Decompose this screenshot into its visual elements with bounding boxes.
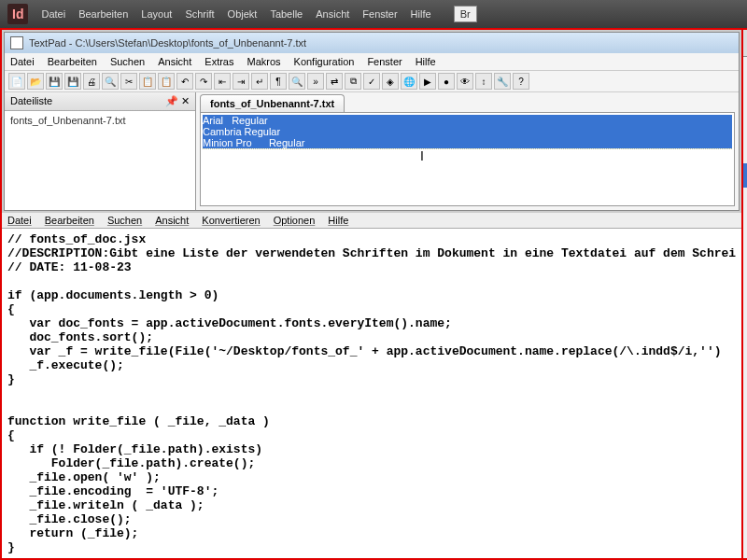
- editor-line-2: Cambria Regular: [203, 126, 732, 137]
- text-cursor-icon: I: [420, 148, 424, 163]
- tb-spell-icon[interactable]: ✓: [363, 73, 380, 90]
- textpad-toolbar: 📄 📂 💾 💾 🖨 🔍 ✂ 📋 📋 ↶ ↷ ⇤ ⇥ ↵ ¶ 🔍 » ⇄ ⧉ ✓: [5, 71, 739, 92]
- tb-eye-icon[interactable]: 👁: [457, 73, 473, 90]
- textpad-title-text: TextPad - C:\Users\Stefan\Desktop\fonts_…: [29, 37, 306, 49]
- tb-globe-icon[interactable]: 🌐: [401, 73, 417, 90]
- tb-copy-icon[interactable]: 📋: [139, 73, 156, 90]
- tree-folder-benutzer[interactable]: ▽Benutzer: [743, 150, 747, 163]
- editor-line-1: Arial Regular: [203, 115, 732, 126]
- tb-run-icon[interactable]: ▶: [419, 73, 436, 90]
- script-code[interactable]: // fonts_of_doc.jsx //DESCRIPTION:Gibt e…: [2, 229, 741, 558]
- tp-menu-konfiguration[interactable]: Konfiguration: [294, 56, 355, 67]
- menu-ansicht[interactable]: Ansicht: [316, 8, 349, 20]
- dateiliste-panel: Dateiliste 📌 ✕ fonts_of_Unbenannt-7.txt: [5, 92, 196, 210]
- tb-wrap-icon[interactable]: ↵: [251, 73, 268, 90]
- tb-undo-icon[interactable]: ↶: [176, 73, 193, 90]
- tb-cut-icon[interactable]: ✂: [120, 73, 137, 90]
- se-menu-suchen[interactable]: Suchen: [107, 215, 142, 226]
- se-menu-optionen[interactable]: Optionen: [274, 215, 316, 226]
- tree-script-allesbeenden[interactable]: allesbeenden: [743, 188, 747, 201]
- dateiliste-controls[interactable]: 📌 ✕: [165, 95, 190, 107]
- tab-skriptetikett[interactable]: Skriptetiket: [743, 30, 747, 56]
- se-menu-datei[interactable]: Datei: [7, 215, 32, 226]
- tb-find-icon[interactable]: 🔍: [289, 73, 305, 90]
- tb-bookmark-icon[interactable]: ◈: [382, 73, 399, 90]
- tb-indent-left-icon[interactable]: ⇤: [214, 73, 231, 90]
- tb-indent-right-icon[interactable]: ⇥: [233, 73, 249, 90]
- tb-pilcrow-icon[interactable]: ¶: [270, 73, 287, 90]
- tp-menu-fenster[interactable]: Fenster: [367, 56, 402, 67]
- tb-redo-icon[interactable]: ↷: [195, 73, 212, 90]
- se-menu-konvertieren[interactable]: Konvertieren: [202, 215, 260, 226]
- tb-replace-icon[interactable]: ⇄: [326, 73, 343, 90]
- tb-save-icon[interactable]: 💾: [46, 73, 63, 90]
- tree-folder-samples[interactable]: ▽Samples: [743, 111, 747, 124]
- tp-menu-extras[interactable]: Extras: [204, 56, 233, 67]
- menu-datei[interactable]: Datei: [41, 8, 65, 20]
- textpad-icon: [10, 36, 23, 49]
- tb-macro-icon[interactable]: ●: [438, 73, 455, 90]
- tree-script-labelimagesize[interactable]: labelImageSize: [743, 85, 747, 98]
- tb-findnext-icon[interactable]: »: [307, 73, 324, 90]
- tb-tools-icon[interactable]: 🔧: [494, 73, 511, 90]
- tp-menu-bearbeiten[interactable]: Bearbeiten: [48, 56, 97, 67]
- tree-script-tabellenfuellen[interactable]: tabellen füllen: [743, 201, 747, 214]
- workspace-left: TextPad - C:\Users\Stefan\Desktop\fonts_…: [0, 28, 741, 560]
- textpad-menu: Datei Bearbeiten Suchen Ansicht Extras M…: [5, 53, 739, 71]
- guide-line: [203, 148, 732, 149]
- tb-help-icon[interactable]: ?: [513, 73, 529, 90]
- scripts-panel: Skriptetiket Datenzusam Skripte ▽Anwendu…: [741, 28, 747, 560]
- indesign-logo: Id: [7, 4, 28, 24]
- file-list-item[interactable]: fonts_of_Unbenannt-7.txt: [10, 115, 190, 126]
- tb-compare-icon[interactable]: ⧉: [345, 73, 361, 90]
- scripts-tree: ▽Anwendung Indic Preferences labelImageS…: [743, 57, 747, 216]
- bridge-button[interactable]: Br: [454, 6, 477, 22]
- tb-preview-icon[interactable]: 🔍: [102, 73, 119, 90]
- se-menu-bearbeiten[interactable]: Bearbeiten: [45, 215, 94, 226]
- tb-new-icon[interactable]: 📄: [8, 73, 25, 90]
- tb-saveall-icon[interactable]: 💾: [64, 73, 81, 90]
- menu-bearbeiten[interactable]: Bearbeiten: [78, 8, 128, 20]
- editor-area: fonts_of_Unbenannt-7.txt Arial Regular C…: [196, 92, 739, 210]
- tp-menu-hilfe[interactable]: Hilfe: [416, 56, 436, 67]
- menu-fenster[interactable]: Fenster: [362, 8, 397, 20]
- menu-schrift[interactable]: Schrift: [185, 8, 214, 20]
- indesign-menubar: Id Datei Bearbeiten Layout Schrift Objek…: [0, 0, 747, 28]
- editor-content[interactable]: Arial Regular Cambria Regular Minion Pro…: [200, 112, 735, 206]
- tree-folder-vbscript[interactable]: ▷VBScript: [743, 137, 747, 150]
- editor-tab[interactable]: fonts_of_Unbenannt-7.txt: [200, 94, 345, 112]
- tp-menu-makros[interactable]: Makros: [247, 56, 280, 67]
- menu-tabelle[interactable]: Tabelle: [270, 8, 303, 20]
- editor-line-3: Minion Pro Regular: [203, 137, 732, 148]
- se-menu-hilfe[interactable]: Hilfe: [328, 215, 348, 226]
- script-editor: Datei Bearbeiten Suchen Ansicht Konverti…: [2, 213, 741, 558]
- tree-script-indic[interactable]: Indic Preferences: [743, 72, 747, 85]
- dateiliste-title: Dateiliste: [10, 95, 52, 107]
- tb-open-icon[interactable]: 📂: [27, 73, 44, 90]
- tp-menu-suchen[interactable]: Suchen: [110, 56, 145, 67]
- tb-paste-icon[interactable]: 📋: [158, 73, 175, 90]
- script-editor-menu: Datei Bearbeiten Suchen Ansicht Konverti…: [2, 213, 741, 229]
- menu-hilfe[interactable]: Hilfe: [411, 8, 431, 20]
- textpad-titlebar: TextPad - C:\Users\Stefan\Desktop\fonts_…: [5, 33, 739, 53]
- tree-folder-anwendung[interactable]: ▽Anwendung: [743, 59, 747, 72]
- tb-sort-icon[interactable]: ↕: [475, 73, 492, 90]
- tp-menu-datei[interactable]: Datei: [10, 56, 35, 67]
- tb-print-icon[interactable]: 🖨: [83, 73, 100, 90]
- menu-layout[interactable]: Layout: [141, 8, 172, 20]
- menu-objekt[interactable]: Objekt: [228, 8, 258, 20]
- tp-menu-ansicht[interactable]: Ansicht: [158, 56, 191, 67]
- tree-folder-javascript[interactable]: ▷JavaScript: [743, 124, 747, 137]
- se-menu-ansicht[interactable]: Ansicht: [155, 215, 189, 226]
- textpad-window: TextPad - C:\Users\Stefan\Desktop\fonts_…: [4, 32, 740, 211]
- tree-script-alleschriftarten[interactable]: alle schriftarten ⇖ (( )): [743, 163, 747, 188]
- tree-script-objekte[interactable]: objekte vermessen: [743, 98, 747, 111]
- panel-tabs: Skriptetiket Datenzusam Skripte: [743, 30, 747, 57]
